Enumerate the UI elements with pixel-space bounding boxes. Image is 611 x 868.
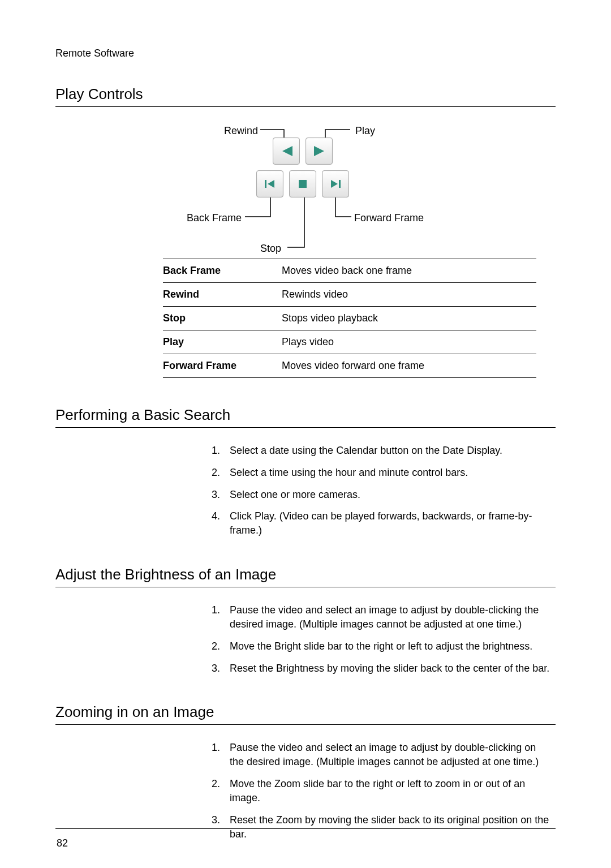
svg-rect-4 [299, 180, 307, 188]
rewind-icon [280, 145, 292, 157]
list-item: Click Play. (Video can be played forward… [223, 509, 550, 538]
term-cell: Back Frame [163, 259, 282, 283]
term-cell: Stop [163, 307, 282, 330]
play-button[interactable] [306, 137, 333, 165]
desc-cell: Stops video playback [282, 307, 536, 330]
forward-frame-icon [330, 179, 341, 189]
label-rewind: Rewind [224, 125, 258, 137]
desc-cell: Rewinds video [282, 283, 536, 307]
term-cell: Play [163, 330, 282, 354]
label-forward-frame: Forward Frame [354, 212, 424, 224]
list-adjust-brightness: Pause the video and select an image to a… [196, 603, 556, 675]
list-basic-search: Select a date using the Calendar button … [196, 444, 556, 538]
rule [55, 587, 556, 587]
heading-zooming: Zooming in on an Image [55, 703, 556, 721]
play-controls-table: Back FrameMoves video back one frameRewi… [163, 259, 536, 378]
forward-frame-button[interactable] [322, 170, 349, 197]
list-item: Reset the Brightness by moving the slide… [223, 661, 550, 676]
play-control-buttons [255, 137, 351, 197]
play-icon [313, 145, 325, 157]
rule [55, 724, 556, 725]
back-frame-button[interactable] [256, 170, 283, 197]
svg-marker-5 [331, 180, 338, 188]
rewind-button[interactable] [273, 137, 300, 165]
stop-button[interactable] [289, 170, 316, 197]
desc-cell: Moves video forward one frame [282, 354, 536, 378]
svg-marker-0 [282, 146, 292, 156]
svg-marker-3 [268, 180, 274, 188]
label-back-frame: Back Frame [187, 212, 242, 224]
table-row: PlayPlays video [163, 330, 536, 354]
section-adjust-brightness: Adjust the Brightness of an Image Pause … [55, 566, 556, 675]
table-row: RewindRewinds video [163, 283, 536, 307]
list-item: Select a time using the hour and minute … [223, 466, 550, 480]
svg-rect-2 [265, 180, 266, 188]
play-controls-tbody: Back FrameMoves video back one frameRewi… [163, 259, 536, 378]
play-controls-diagram: Rewind Play Back Frame Forward Frame Sto… [55, 123, 556, 259]
label-play: Play [355, 125, 375, 137]
list-item: Select a date using the Calendar button … [223, 444, 550, 458]
footer-rule [55, 828, 556, 829]
rule [55, 427, 556, 428]
section-basic-search: Performing a Basic Search Select a date … [55, 406, 556, 538]
heading-play-controls: Play Controls [55, 85, 556, 103]
list-item: Move the Bright slide bar to the right o… [223, 639, 550, 654]
svg-rect-6 [339, 180, 341, 188]
list-item: Pause the video and select an image to a… [223, 741, 550, 769]
back-frame-icon [264, 179, 276, 189]
term-cell: Forward Frame [163, 354, 282, 378]
list-item: Reset the Zoom by moving the slider back… [223, 813, 550, 841]
page-number: 82 [57, 837, 68, 849]
list-zooming: Pause the video and select an image to a… [196, 741, 556, 841]
heading-adjust-brightness: Adjust the Brightness of an Image [55, 566, 556, 583]
page: Remote Software Play Controls Rewind Pla… [0, 0, 611, 868]
table-row: StopStops video playback [163, 307, 536, 330]
table-row: Forward FrameMoves video forward one fra… [163, 354, 536, 378]
label-stop: Stop [260, 243, 281, 255]
heading-basic-search: Performing a Basic Search [55, 406, 556, 424]
connector-stop [287, 196, 327, 251]
list-item: Select one or more cameras. [223, 488, 550, 502]
running-head: Remote Software [55, 48, 556, 59]
section-zooming: Zooming in on an Image Pause the video a… [55, 703, 556, 841]
stop-icon [298, 179, 308, 189]
desc-cell: Plays video [282, 330, 536, 354]
connector-forward-frame [335, 196, 355, 219]
connector-back-frame [245, 196, 276, 219]
desc-cell: Moves video back one frame [282, 259, 536, 283]
term-cell: Rewind [163, 283, 282, 307]
list-item: Move the Zoom slide bar to the right or … [223, 777, 550, 805]
list-item: Pause the video and select an image to a… [223, 603, 550, 631]
rule [55, 106, 556, 107]
svg-marker-1 [314, 146, 324, 156]
table-row: Back FrameMoves video back one frame [163, 259, 536, 283]
